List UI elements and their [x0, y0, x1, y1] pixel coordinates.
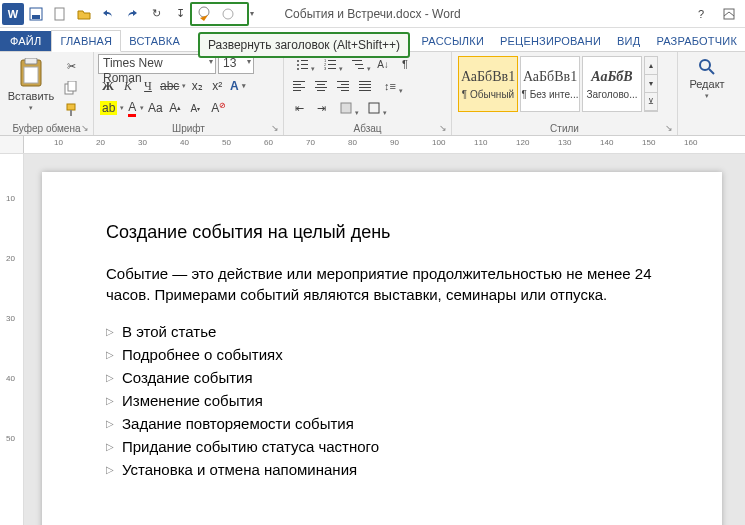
styles-launcher-icon[interactable]: ↘	[665, 123, 675, 133]
svg-rect-11	[67, 104, 75, 110]
decrease-indent-button[interactable]: ⇤	[288, 98, 310, 118]
ruler-tick: 40	[6, 374, 15, 383]
ruler-tick: 80	[348, 138, 357, 147]
svg-rect-28	[293, 81, 305, 82]
style-normal[interactable]: АаБбВв1 ¶ Обычный	[458, 56, 518, 112]
tab-review[interactable]: РЕЦЕНЗИРОВАНИ	[492, 31, 609, 51]
qat-dropdown-icon[interactable]: ▾	[240, 2, 264, 26]
subscript-button[interactable]: x₂	[187, 76, 207, 96]
style-gallery[interactable]: АаБбВв1 ¶ Обычный АаБбВв1 ¶ Без инте... …	[456, 54, 660, 114]
svg-point-17	[297, 68, 299, 70]
clipboard-group-label: Буфер обмена	[4, 121, 89, 135]
outline-item[interactable]: Установка и отмена напоминания	[106, 459, 678, 480]
increase-indent-button[interactable]: ⇥	[310, 98, 332, 118]
text-effects-button[interactable]: A	[227, 76, 247, 96]
document-page[interactable]: Создание события на целый день Событие —…	[42, 172, 722, 525]
ruler-tick: 20	[96, 138, 105, 147]
tab-file[interactable]: ФАЙЛ	[0, 31, 51, 51]
tab-view[interactable]: ВИД	[609, 31, 648, 51]
svg-line-47	[709, 69, 714, 74]
align-right-button[interactable]	[332, 76, 354, 96]
undo-icon[interactable]	[96, 2, 120, 26]
svg-rect-43	[359, 90, 371, 91]
align-center-button[interactable]	[310, 76, 332, 96]
change-case-button[interactable]: Aa	[145, 98, 165, 118]
svg-rect-29	[293, 84, 301, 85]
svg-rect-30	[293, 87, 305, 88]
align-left-button[interactable]	[288, 76, 310, 96]
tab-mailings[interactable]: РАССЫЛКИ	[414, 31, 492, 51]
ruler-tick: 50	[6, 434, 15, 443]
gallery-up-icon[interactable]: ▴	[645, 57, 657, 75]
svg-rect-45	[369, 103, 379, 113]
font-launcher-icon[interactable]: ↘	[271, 123, 281, 133]
help-icon[interactable]: ?	[689, 2, 713, 26]
line-spacing-button[interactable]: ↕≡	[376, 76, 404, 96]
borders-button[interactable]	[360, 98, 388, 118]
svg-rect-20	[328, 60, 336, 61]
svg-point-15	[297, 64, 299, 66]
svg-rect-34	[315, 87, 327, 88]
collapse-heading-icon[interactable]	[216, 2, 240, 26]
svg-rect-44	[341, 103, 351, 113]
outline-item[interactable]: Изменение события	[106, 390, 678, 411]
svg-rect-14	[301, 60, 308, 61]
tab-home[interactable]: ГЛАВНАЯ	[51, 30, 121, 52]
ruler-tick: 130	[558, 138, 571, 147]
style-nospacing[interactable]: АаБбВв1 ¶ Без инте...	[520, 56, 580, 112]
svg-rect-31	[293, 90, 301, 91]
ribbon-options-icon[interactable]	[717, 2, 741, 26]
justify-button[interactable]	[354, 76, 376, 96]
copy-icon[interactable]	[60, 78, 82, 98]
qat-custom-icon[interactable]: ↧	[168, 2, 192, 26]
svg-rect-25	[352, 60, 362, 61]
repeat-icon[interactable]: ↻	[144, 2, 168, 26]
gallery-down-icon[interactable]: ▾	[645, 75, 657, 93]
svg-rect-22	[328, 64, 336, 65]
paste-button[interactable]: Вставить ▾	[4, 54, 58, 112]
gallery-more-icon[interactable]: ⊻	[645, 93, 657, 111]
strike-button[interactable]: abc	[158, 76, 187, 96]
svg-rect-18	[301, 68, 308, 69]
expand-heading-icon[interactable]	[192, 2, 216, 26]
paragraph-launcher-icon[interactable]: ↘	[439, 123, 449, 133]
ruler-tick: 110	[474, 138, 487, 147]
svg-rect-37	[341, 84, 349, 85]
styles-group-label: Стили	[456, 121, 673, 135]
ruler-tick: 40	[180, 138, 189, 147]
shading-button[interactable]	[332, 98, 360, 118]
superscript-button[interactable]: x²	[207, 76, 227, 96]
clear-format-button[interactable]: A⊘	[205, 98, 225, 118]
shrink-font-button[interactable]: A▾	[185, 98, 205, 118]
outline-item[interactable]: В этой статье	[106, 321, 678, 342]
tab-insert[interactable]: ВСТАВКА	[121, 31, 188, 51]
style-heading[interactable]: АаБбВ Заголово...	[582, 56, 642, 112]
outline-item[interactable]: Подробнее о событиях	[106, 344, 678, 365]
clipboard-launcher-icon[interactable]: ↘	[81, 123, 91, 133]
cut-icon[interactable]: ✂	[60, 56, 82, 76]
horizontal-ruler[interactable]: 102030405060708090100110120130140150160	[24, 136, 745, 153]
font-color-button[interactable]: A	[125, 98, 145, 118]
svg-rect-33	[317, 84, 325, 85]
editing-button[interactable]: Редакт ▾	[682, 54, 732, 100]
tab-developer[interactable]: РАЗРАБОТЧИК	[648, 31, 745, 51]
format-painter-icon[interactable]	[60, 100, 82, 120]
open-icon[interactable]	[72, 2, 96, 26]
vertical-ruler[interactable]: 1020304050	[0, 154, 24, 525]
redo-icon[interactable]	[120, 2, 144, 26]
word-app-icon: W	[2, 3, 24, 25]
outline-item[interactable]: Придание событию статуса частного	[106, 436, 678, 457]
svg-rect-24	[328, 68, 336, 69]
ruler-tick: 30	[6, 314, 15, 323]
save-icon[interactable]	[24, 2, 48, 26]
outline-item[interactable]: Задание повторяемости события	[106, 413, 678, 434]
ruler-tick: 100	[432, 138, 445, 147]
svg-rect-32	[315, 81, 327, 82]
doc-heading: Создание события на целый день	[106, 220, 678, 245]
outline-item[interactable]: Создание события	[106, 367, 678, 388]
grow-font-button[interactable]: A▴	[165, 98, 185, 118]
svg-rect-10	[68, 81, 76, 91]
highlight-button[interactable]: ab	[98, 98, 125, 118]
new-icon[interactable]	[48, 2, 72, 26]
svg-rect-2	[55, 8, 64, 20]
